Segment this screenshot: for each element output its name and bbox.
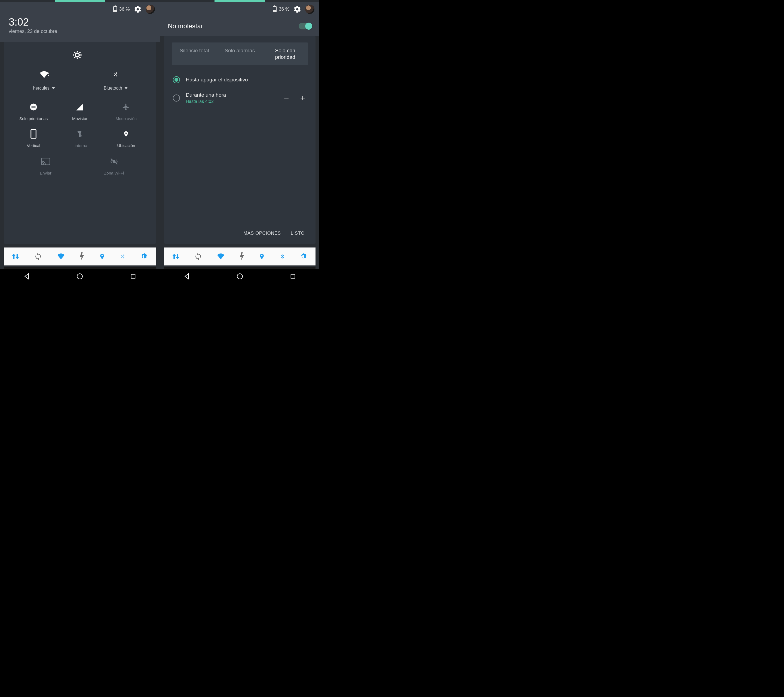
back-button[interactable] [21, 271, 32, 282]
navigation-bar [0, 269, 160, 284]
option-duration-label: Durante una hora [186, 92, 277, 98]
status-bar: 36 % [160, 2, 320, 16]
flashlight-label: Linterna [58, 143, 102, 148]
hotspot-tile[interactable]: Zona Wi-Fi [91, 156, 137, 175]
flashlight-icon [58, 129, 102, 139]
airplane-label: Modo avión [104, 116, 148, 121]
svg-line-3 [74, 52, 75, 53]
location-tile[interactable]: Ubicación [104, 129, 148, 148]
svg-line-8 [79, 52, 80, 53]
chevron-down-icon [124, 87, 128, 89]
rotation-label: Vertical [12, 143, 56, 148]
cast-tile[interactable]: Enviar [23, 156, 68, 175]
wifi-tile[interactable]: hercules [12, 68, 76, 93]
bluetooth-tray-icon [120, 252, 126, 260]
option-duration-sublabel: Hasta las 4:02 [186, 99, 277, 104]
screen-quick-settings: 36 % 3:02 viernes, 23 de octubre [0, 0, 160, 269]
duration-decrease-button[interactable]: − [282, 94, 290, 102]
svg-rect-21 [291, 274, 295, 278]
svg-point-20 [237, 274, 242, 279]
rotation-tile[interactable]: Vertical [12, 129, 56, 148]
quick-settings-panel: hercules Bluetooth Solo [4, 42, 156, 244]
dnd-toggle[interactable] [299, 23, 312, 30]
tray-shadow [164, 267, 316, 269]
dnd-panel: Silencio total Solo alarmas Solo con pri… [164, 36, 316, 244]
svg-rect-12 [31, 107, 36, 107]
dnd-mode-segmented[interactable]: Silencio total Solo alarmas Solo con pri… [172, 43, 308, 65]
done-button[interactable]: LISTO [291, 231, 305, 236]
svg-marker-9 [48, 72, 49, 74]
svg-line-17 [111, 158, 117, 164]
clock-date: viernes, 23 de octubre [9, 29, 151, 34]
dnd-tile[interactable]: Solo prioritarias [12, 102, 56, 121]
battery-icon [113, 6, 117, 12]
bluetooth-icon [83, 69, 148, 79]
seg-alarms-only[interactable]: Solo alarmas [217, 43, 262, 65]
svg-rect-13 [31, 130, 36, 138]
wifi-tray-icon [216, 253, 225, 260]
wifi-label: hercules [33, 86, 49, 91]
battery-indicator: 36 % [273, 6, 289, 12]
recents-button[interactable] [287, 271, 298, 282]
wifi-icon [12, 69, 76, 79]
cast-label: Enviar [23, 171, 68, 175]
user-avatar[interactable] [305, 5, 315, 14]
battery-icon [273, 6, 277, 12]
dnd-label: Solo prioritarias [12, 116, 56, 121]
seg-total-silence[interactable]: Silencio total [172, 43, 217, 65]
more-options-button[interactable]: MÁS OPCIONES [243, 231, 281, 236]
status-bar: 36 % [0, 2, 160, 16]
bluetooth-tile[interactable]: Bluetooth [83, 68, 148, 93]
svg-line-7 [74, 57, 75, 58]
brightness-tray-icon [140, 252, 148, 260]
home-button[interactable] [234, 271, 245, 282]
dnd-header: No molestar [160, 16, 320, 36]
duration-increase-button[interactable]: + [299, 94, 307, 102]
cast-icon [23, 156, 68, 167]
recents-button[interactable] [128, 271, 138, 282]
flash-tray-icon [240, 252, 244, 260]
bluetooth-tray-icon [280, 252, 285, 260]
sync-icon [194, 252, 202, 260]
settings-icon[interactable] [293, 5, 301, 13]
hotspot-label: Zona Wi-Fi [91, 171, 137, 175]
wifi-tray-icon [57, 253, 65, 260]
option-duration[interactable]: Durante una hora Hasta las 4:02 − + [172, 88, 308, 108]
brightness-slider[interactable] [13, 50, 146, 60]
brightness-icon[interactable] [72, 50, 82, 59]
battery-percent: 36 % [119, 7, 130, 12]
data-arrows-icon [12, 252, 20, 260]
battery-indicator: 36 % [113, 6, 130, 12]
location-tray-icon [99, 252, 105, 260]
hotspot-icon [91, 156, 137, 167]
cellular-tile[interactable]: Movistar [58, 102, 102, 121]
bluetooth-label: Bluetooth [104, 86, 122, 91]
sync-icon [34, 252, 42, 260]
option-until-off[interactable]: Hasta apagar el dispositivo [172, 72, 308, 88]
user-avatar[interactable] [146, 5, 155, 14]
airplane-tile[interactable]: Modo avión [104, 102, 148, 121]
svg-marker-10 [48, 75, 49, 76]
airplane-icon [104, 102, 148, 112]
notification-tray[interactable] [4, 247, 156, 265]
clock-time: 3:02 [9, 16, 151, 28]
screen-do-not-disturb: 36 % No molestar Silencio total Solo ala… [160, 0, 320, 269]
brightness-tray-icon [300, 252, 308, 260]
settings-icon[interactable] [133, 5, 142, 13]
home-button[interactable] [74, 271, 85, 282]
data-arrows-icon [172, 252, 180, 260]
flashlight-tile[interactable]: Linterna [58, 129, 102, 148]
tray-shadow [4, 267, 156, 269]
notification-tray[interactable] [164, 247, 316, 265]
cellular-label: Movistar [58, 116, 102, 121]
svg-line-4 [79, 57, 80, 58]
seg-priority-only[interactable]: Solo con prioridad [262, 43, 308, 65]
top-accent-bar [55, 0, 105, 2]
svg-rect-19 [131, 274, 135, 278]
back-button[interactable] [181, 271, 192, 282]
dnd-icon [12, 102, 56, 112]
location-tray-icon [259, 252, 265, 260]
radio-selected-icon [173, 76, 180, 83]
option-until-off-label: Hasta apagar el dispositivo [186, 77, 307, 83]
top-accent-bar [214, 0, 265, 2]
